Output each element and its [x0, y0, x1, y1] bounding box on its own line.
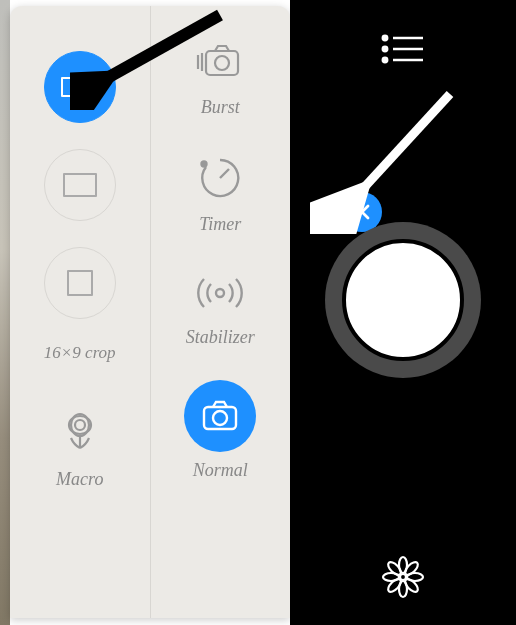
options-panel: 16×9 crop Macro — [10, 6, 290, 618]
stabilizer-icon — [187, 267, 253, 319]
burst-label: Burst — [201, 97, 240, 118]
camera-option-burst[interactable]: Burst — [185, 33, 255, 118]
svg-point-3 — [215, 56, 229, 70]
camera-column: Burst Timer St — [151, 6, 291, 618]
svg-point-5 — [216, 289, 224, 297]
crop-column: 16×9 crop Macro — [10, 6, 151, 618]
svg-point-22 — [403, 577, 420, 594]
normal-label: Normal — [193, 460, 248, 481]
svg-point-2 — [71, 414, 89, 436]
gallery-icon[interactable] — [379, 553, 427, 601]
crop-option-1x1[interactable] — [44, 247, 116, 319]
timer-icon — [192, 150, 248, 206]
svg-point-8 — [383, 36, 387, 40]
svg-point-24 — [386, 577, 403, 594]
svg-point-0 — [75, 420, 85, 430]
close-icon — [353, 203, 371, 221]
crop-label: 16×9 crop — [44, 343, 116, 363]
svg-point-10 — [383, 47, 387, 51]
burst-icon — [185, 33, 255, 89]
svg-point-4 — [202, 162, 207, 167]
macro-icon — [52, 405, 108, 461]
shutter-inner — [342, 239, 464, 361]
macro-label: Macro — [56, 469, 103, 490]
menu-icon[interactable] — [381, 34, 425, 64]
camera-controls — [290, 0, 516, 625]
background-left — [0, 0, 10, 625]
stabilizer-label: Stabilizer — [186, 327, 255, 348]
camera-option-macro[interactable]: Macro — [52, 405, 108, 490]
timer-label: Timer — [199, 214, 241, 235]
svg-point-23 — [403, 560, 420, 577]
camera-option-stabilizer[interactable]: Stabilizer — [186, 267, 255, 348]
shutter-button[interactable] — [325, 222, 481, 378]
crop-option-16x9[interactable] — [44, 51, 116, 123]
svg-point-21 — [386, 560, 403, 577]
svg-point-7 — [213, 411, 227, 425]
camera-option-normal[interactable]: Normal — [184, 380, 256, 481]
crop-option-4x3[interactable] — [44, 149, 116, 221]
camera-option-timer[interactable]: Timer — [192, 150, 248, 235]
svg-point-12 — [383, 58, 387, 62]
camera-icon — [198, 394, 242, 438]
